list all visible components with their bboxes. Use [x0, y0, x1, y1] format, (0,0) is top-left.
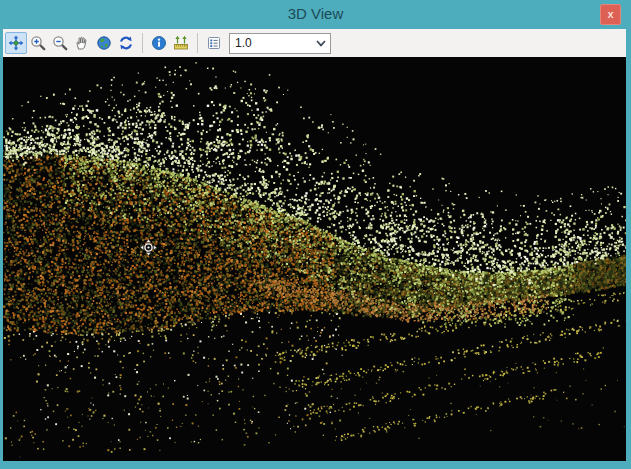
elevation-arrows-icon: [173, 35, 189, 51]
3d-view-window: 3D View x: [0, 0, 631, 469]
pan-tool-button[interactable]: [5, 32, 27, 54]
toolbar-separator: [142, 33, 143, 53]
pan-hand-button[interactable]: [71, 32, 93, 54]
checklist-icon: [206, 35, 222, 51]
zoom-out-button[interactable]: [49, 32, 71, 54]
refresh-button[interactable]: [115, 32, 137, 54]
close-icon: x: [607, 9, 613, 20]
window-title: 3D View: [0, 0, 631, 28]
exaggeration-dropdown[interactable]: 1.0: [229, 33, 331, 54]
titlebar[interactable]: 3D View x: [0, 0, 631, 29]
globe-button[interactable]: [93, 32, 115, 54]
info-icon: [151, 35, 167, 51]
toolbar: 1.0: [3, 29, 626, 57]
viewport-3d[interactable]: [3, 57, 626, 461]
display-settings-button[interactable]: [203, 32, 225, 54]
chevron-down-icon: [316, 40, 326, 47]
zoom-in-button[interactable]: [27, 32, 49, 54]
exaggeration-dropdown-value: 1.0: [235, 36, 252, 50]
globe-icon: [96, 35, 112, 51]
vertical-exaggeration-button[interactable]: [170, 32, 192, 54]
refresh-icon: [118, 35, 134, 51]
hand-icon: [74, 35, 90, 51]
zoom-out-icon: [52, 35, 68, 51]
info-button[interactable]: [148, 32, 170, 54]
point-cloud-canvas[interactable]: [3, 57, 626, 461]
close-button[interactable]: x: [600, 4, 621, 25]
move-cursor-icon: [140, 239, 157, 256]
toolbar-separator: [197, 33, 198, 53]
zoom-in-icon: [30, 35, 46, 51]
move-arrows-icon: [8, 35, 24, 51]
